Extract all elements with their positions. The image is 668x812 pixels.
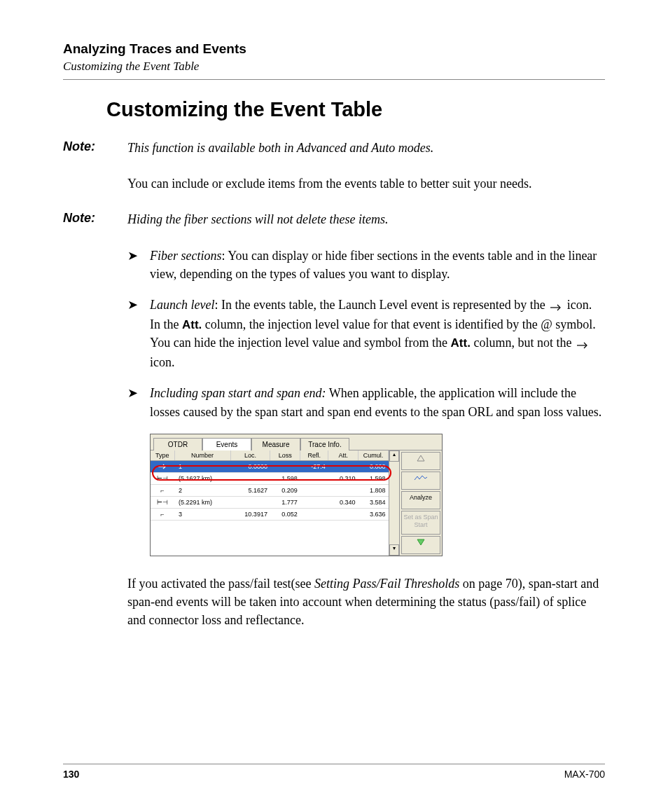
bullet-fiber-sections: ➤ Fiber sections: You can display or hid… — [127, 247, 605, 283]
table-row[interactable]: ⊢⊣ (5.1627 km) 1.598 0.310 1.598 — [151, 472, 389, 484]
bullet-arrow-icon: ➤ — [127, 247, 150, 283]
nav-down-button[interactable] — [401, 536, 440, 554]
cell: 0.209 — [270, 484, 300, 496]
body-paragraph-1: You can include or exclude items from th… — [127, 174, 605, 193]
scrollbar[interactable]: ▴ ▾ — [389, 450, 399, 556]
tab-events[interactable]: Events — [202, 438, 251, 450]
bullet-span-start-end: ➤ Including span start and span end: Whe… — [127, 384, 605, 420]
tab-measure[interactable]: Measure — [251, 438, 300, 450]
cell — [328, 508, 359, 520]
text: column, but not the — [471, 336, 575, 350]
cell: 3.584 — [359, 496, 389, 508]
col-cumul[interactable]: Cumul. — [359, 450, 389, 461]
bullet-arrow-icon: ➤ — [127, 296, 150, 372]
table-row[interactable]: ⌐ 2 5.1627 0.209 1.808 — [151, 484, 389, 496]
col-loc[interactable]: Loc. — [230, 450, 270, 461]
att-column-name: Att. — [182, 318, 202, 331]
text: You can hide the injection level value a… — [150, 336, 451, 350]
text: : In the events table, the Launch Level … — [214, 298, 548, 312]
cell: 2 — [174, 484, 230, 496]
tab-otdr[interactable]: OTDR — [153, 438, 202, 450]
att-column-name: Att. — [451, 336, 471, 350]
bullet-lead: Including span start and span end: — [150, 386, 326, 400]
page-number: 130 — [63, 769, 79, 780]
bullet-lead: Fiber sections — [150, 249, 221, 263]
set-as-span-start-button[interactable]: Set as Span Start — [401, 511, 440, 535]
svg-marker-4 — [417, 539, 424, 545]
triangle-down-icon — [417, 539, 425, 546]
section-icon: ⊢⊣ — [151, 496, 174, 508]
note-label: Note: — [63, 139, 127, 156]
col-type[interactable]: Type — [151, 450, 174, 461]
side-panel: Analyze Set as Span Start — [399, 450, 442, 556]
col-number[interactable]: Number — [174, 450, 230, 461]
cell: 5.1627 — [230, 484, 270, 496]
chapter-title: Analyzing Traces and Events — [63, 41, 605, 57]
nav-up-button[interactable] — [401, 452, 440, 470]
table-row[interactable]: ⊢⊣ (5.2291 km) 1.777 0.340 3.584 — [151, 496, 389, 508]
trace-graph-button[interactable] — [401, 472, 440, 490]
cell: -27.4 — [300, 460, 328, 472]
cell: (5.2291 km) — [174, 496, 230, 508]
cell — [300, 472, 328, 484]
cell: 0.0000 — [230, 460, 270, 472]
launch-level-arrow-icon — [550, 297, 562, 315]
type-icon-cell — [151, 460, 174, 472]
cell: 1.598 — [270, 472, 300, 484]
cell: 1.777 — [270, 496, 300, 508]
cell: 1.808 — [359, 484, 389, 496]
cell — [328, 460, 359, 472]
manual-page: Analyzing Traces and Events Customizing … — [0, 0, 668, 812]
cell: (5.1627 km) — [174, 472, 230, 484]
text: If you activated the pass/fail test(see — [127, 577, 314, 591]
header-divider — [63, 79, 605, 80]
events-table-area: Type Number Loc. Loss Refl. Att. Cumul. — [151, 450, 389, 556]
note-2: Note: Hiding the fiber sections will not… — [63, 211, 605, 228]
cross-reference: Setting Pass/Fail Thresholds — [314, 577, 459, 591]
body-paragraph-2: If you activated the pass/fail test(see … — [127, 574, 605, 629]
cell — [300, 496, 328, 508]
bullet-list: ➤ Fiber sections: You can display or hid… — [127, 247, 605, 421]
bullet-lead: Launch level — [150, 298, 214, 312]
note-1: Note: This function is available both in… — [63, 139, 605, 156]
launch-level-arrow-icon — [576, 335, 589, 353]
cell: 10.3917 — [230, 508, 270, 520]
tab-strip: OTDR Events Measure Trace Info. — [151, 434, 442, 450]
cell: 0.052 — [270, 508, 300, 520]
table-row[interactable]: ⌐ 3 10.3917 0.052 3.636 — [151, 508, 389, 520]
table-row[interactable]: 1 0.0000 -27.4 0.000 — [151, 460, 389, 472]
analyze-button[interactable]: Analyze — [401, 491, 440, 509]
scroll-down-icon[interactable]: ▾ — [389, 544, 399, 556]
scroll-up-icon[interactable]: ▴ — [389, 450, 399, 462]
events-table-screenshot: OTDR Events Measure Trace Info. Type Num… — [150, 434, 443, 556]
cell — [270, 460, 300, 472]
cell — [230, 472, 270, 484]
events-table: Type Number Loc. Loss Refl. Att. Cumul. — [151, 450, 389, 521]
col-att[interactable]: Att. — [328, 450, 359, 461]
text: column, the injection level value for th… — [202, 317, 595, 331]
cell — [300, 484, 328, 496]
event-icon: ⌐ — [151, 484, 174, 496]
triangle-up-icon — [417, 455, 425, 462]
col-refl[interactable]: Refl. — [300, 450, 328, 461]
cell: 3 — [174, 508, 230, 520]
page-footer: 130 MAX-700 — [63, 764, 605, 780]
note-label: Note: — [63, 211, 127, 228]
note-text: This function is available both in Advan… — [127, 139, 433, 156]
header-row: Type Number Loc. Loss Refl. Att. Cumul. — [151, 450, 389, 461]
section-icon: ⊢⊣ — [151, 472, 174, 484]
cell — [328, 484, 359, 496]
bullet-launch-level: ➤ Launch level: In the events table, the… — [127, 296, 605, 372]
event-icon: ⌐ — [151, 508, 174, 520]
cell: 0.000 — [359, 460, 389, 472]
cell — [300, 508, 328, 520]
text: icon. — [150, 355, 175, 369]
section-heading: Customizing the Event Table — [106, 98, 605, 121]
breadcrumb-subtitle: Customizing the Event Table — [63, 60, 605, 74]
cell: 3.636 — [359, 508, 389, 520]
tab-traceinfo[interactable]: Trace Info. — [300, 438, 349, 450]
cell — [230, 496, 270, 508]
col-loss[interactable]: Loss — [270, 450, 300, 461]
cell: 0.310 — [328, 472, 359, 484]
product-model: MAX-700 — [564, 769, 605, 780]
